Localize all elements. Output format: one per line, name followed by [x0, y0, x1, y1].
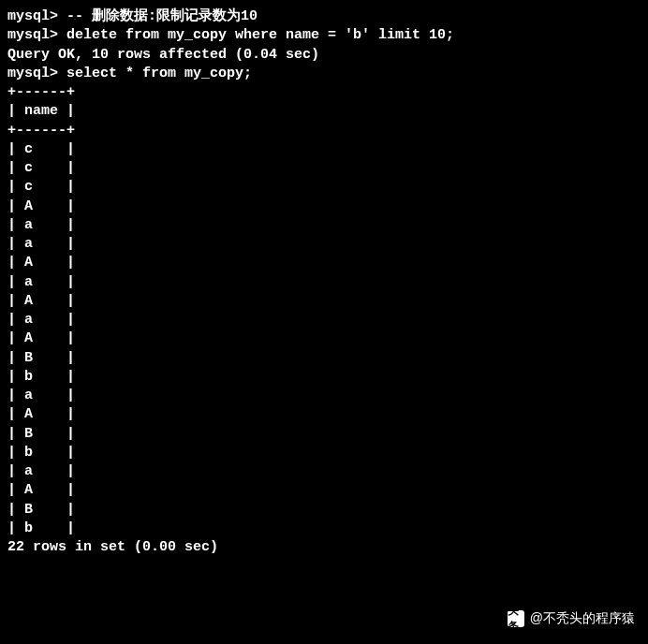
terminal-table-row: | a |	[7, 235, 641, 254]
terminal-table-row: | b |	[7, 368, 641, 387]
watermark-text: @不秃头的程序猿	[530, 609, 635, 627]
terminal-table-row: | A |	[7, 329, 641, 348]
terminal-line-comment: mysql> -- 删除数据:限制记录数为10	[7, 7, 641, 26]
terminal-table-row: | A |	[7, 198, 641, 216]
terminal-line-rowcount: 22 rows in set (0.00 sec)	[7, 538, 641, 557]
terminal-table-row: | c |	[7, 178, 641, 197]
terminal-table-row: | c |	[7, 140, 641, 159]
terminal-table-row: | A |	[7, 254, 641, 272]
terminal-table-row: | a |	[7, 462, 641, 481]
terminal-table-row: | b |	[7, 520, 641, 538]
terminal-table-row: | a |	[7, 387, 641, 405]
terminal-table-border: +------+	[7, 122, 641, 140]
terminal-table-row: | A |	[7, 405, 641, 424]
terminal-table-row: | a |	[7, 311, 641, 329]
terminal-table-row: | a |	[7, 216, 641, 235]
toutiao-icon: 头条	[508, 610, 524, 627]
terminal-table-row: | B |	[7, 501, 641, 520]
terminal-line-query-result: Query OK, 10 rows affected (0.04 sec)	[7, 46, 641, 65]
terminal-table-row: | b |	[7, 444, 641, 462]
terminal-table-header: | name |	[7, 102, 641, 121]
terminal-table-row: | B |	[7, 425, 641, 444]
watermark: 头条 @不秃头的程序猿	[508, 609, 635, 627]
terminal-line-delete-query: mysql> delete from my_copy where name = …	[7, 26, 641, 45]
terminal-table-row: | a |	[7, 273, 641, 292]
terminal-table-row: | B |	[7, 349, 641, 368]
terminal-table-row: | c |	[7, 159, 641, 178]
terminal-table-border: +------+	[7, 83, 641, 102]
terminal-line-select-query: mysql> select * from my_copy;	[7, 65, 641, 83]
terminal-table-row: | A |	[7, 292, 641, 311]
terminal-table-row: | A |	[7, 481, 641, 500]
